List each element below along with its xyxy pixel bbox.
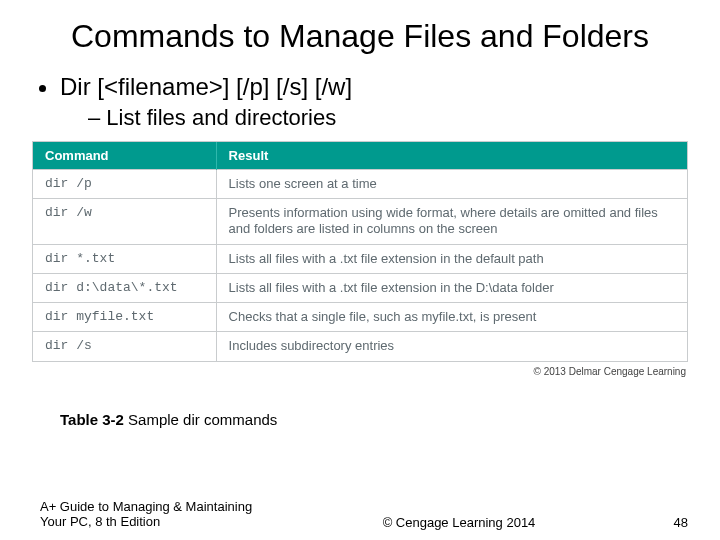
cell-result: Lists all files with a .txt file extensi… (216, 244, 687, 273)
footer-left: A+ Guide to Managing & Maintaining Your … (40, 499, 270, 530)
table-row: dir /w Presents information using wide f… (33, 199, 687, 245)
cell-result: Checks that a single file, such as myfil… (216, 303, 687, 332)
bullet-list: Dir [<filename>] [/p] [/s] [/w] List fil… (38, 73, 688, 131)
cell-result: Lists all files with a .txt file extensi… (216, 273, 687, 302)
slide: Commands to Manage Files and Folders Dir… (0, 0, 720, 540)
table-header-row: Command Result (33, 142, 687, 170)
slide-title: Commands to Manage Files and Folders (32, 18, 688, 55)
cell-command: dir /p (33, 169, 216, 198)
page-number: 48 (648, 515, 688, 530)
slide-footer: A+ Guide to Managing & Maintaining Your … (0, 499, 720, 530)
col-command: Command (33, 142, 216, 170)
table-row: dir d:\data\*.txt Lists all files with a… (33, 273, 687, 302)
table-credit: © 2013 Delmar Cengage Learning (32, 366, 686, 377)
cell-command: dir *.txt (33, 244, 216, 273)
table-row: dir *.txt Lists all files with a .txt fi… (33, 244, 687, 273)
caption-number: Table 3-2 (60, 411, 124, 428)
bullet-item: Dir [<filename>] [/p] [/s] [/w] (60, 73, 688, 101)
cell-command: dir d:\data\*.txt (33, 273, 216, 302)
cell-result: Lists one screen at a time (216, 169, 687, 198)
command-table-wrap: Command Result dir /p Lists one screen a… (32, 141, 688, 362)
command-table: Command Result dir /p Lists one screen a… (33, 142, 687, 361)
cell-result: Includes subdirectory entries (216, 332, 687, 361)
caption-text: Sample dir commands (124, 411, 277, 428)
cell-command: dir /w (33, 199, 216, 245)
footer-center: © Cengage Learning 2014 (270, 515, 648, 530)
cell-result: Presents information using wide format, … (216, 199, 687, 245)
table-row: dir myfile.txt Checks that a single file… (33, 303, 687, 332)
table-row: dir /p Lists one screen at a time (33, 169, 687, 198)
table-row: dir /s Includes subdirectory entries (33, 332, 687, 361)
col-result: Result (216, 142, 687, 170)
sub-bullet-list: List files and directories (60, 105, 688, 131)
cell-command: dir /s (33, 332, 216, 361)
cell-command: dir myfile.txt (33, 303, 216, 332)
sub-bullet-item: List files and directories (88, 105, 688, 131)
table-caption: Table 3-2 Sample dir commands (60, 411, 688, 428)
